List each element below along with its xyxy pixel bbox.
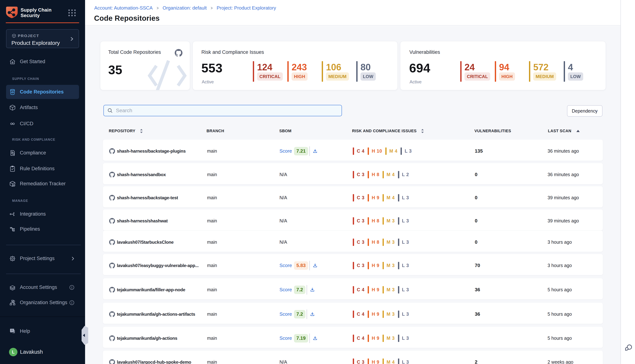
- svg-text:?: ?: [11, 329, 13, 332]
